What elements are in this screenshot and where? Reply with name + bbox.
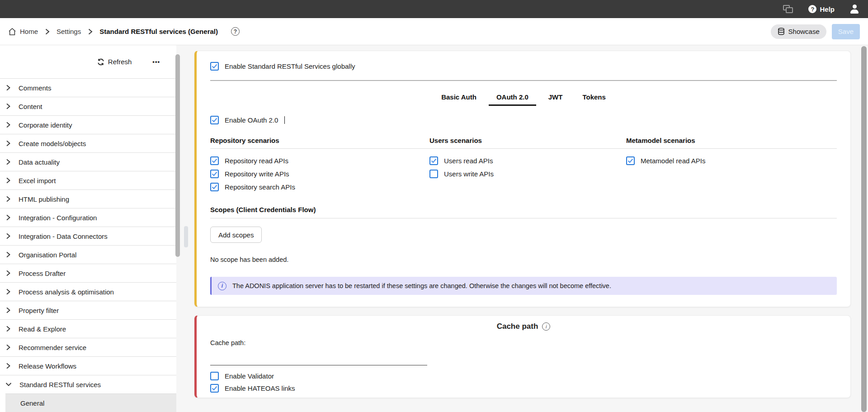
- repository-write-checkbox[interactable]: [210, 170, 219, 178]
- settings-sidebar: Refresh ••• Comments Content Corporate i…: [0, 45, 176, 412]
- sidebar-item-content[interactable]: Content: [0, 97, 176, 115]
- sidebar-item-label: Standard RESTful services: [19, 381, 101, 388]
- sidebar-scrollbar[interactable]: [175, 54, 180, 257]
- check-icon: [212, 171, 217, 176]
- settings-content: Enable Standard RESTful Services globall…: [183, 45, 861, 412]
- sidebar-item-excel-import[interactable]: Excel import: [0, 171, 176, 189]
- users-write-checkbox[interactable]: [429, 170, 438, 178]
- windows-icon[interactable]: [783, 5, 793, 13]
- check-icon: [212, 118, 217, 123]
- scenario-headers: Repository scenarios Users scenarios Met…: [210, 137, 837, 149]
- enable-oauth-row: Enable OAuth 2.0: [210, 115, 837, 125]
- help-label: Help: [820, 5, 835, 13]
- user-icon[interactable]: [850, 5, 859, 14]
- chevron-right-icon: [5, 140, 11, 147]
- users-read-label: Users read APIs: [444, 157, 493, 165]
- sidebar-item-recommender-service[interactable]: Recommender service: [0, 338, 176, 356]
- metamodel-scenarios-list: Metamodel read APIs: [626, 156, 837, 195]
- metamodel-scenarios-title: Metamodel scenarios: [626, 137, 837, 144]
- sidebar-item-integration-configuration[interactable]: Integration - Configuration: [0, 208, 176, 227]
- sidebar-item-standard-restful-services[interactable]: Standard RESTful services: [0, 375, 176, 393]
- users-write-label: Users write APIs: [444, 170, 494, 178]
- sidebar-item-data-actuality[interactable]: Data actuality: [0, 152, 176, 171]
- metamodel-read-label: Metamodel read APIs: [641, 157, 705, 165]
- sidebar-subitem-label: General: [20, 399, 44, 407]
- sidebar-item-label: Process Drafter: [19, 270, 66, 277]
- info-icon[interactable]: i: [542, 322, 550, 331]
- chevron-right-icon: [45, 28, 50, 35]
- page-title: Standard RESTful services (General): [99, 28, 218, 35]
- sidebar-item-comments[interactable]: Comments: [0, 78, 176, 97]
- sidebar-item-process-drafter[interactable]: Process Drafter: [0, 264, 176, 282]
- sidebar-item-property-filter[interactable]: Property filter: [0, 301, 176, 319]
- repository-read-checkbox[interactable]: [210, 156, 219, 165]
- text-cursor: [284, 116, 285, 124]
- tab-oauth-2[interactable]: OAuth 2.0: [489, 89, 536, 106]
- check-icon: [212, 64, 217, 69]
- sidebar-item-process-analysis[interactable]: Process analysis & optimisation: [0, 282, 176, 301]
- refresh-icon: [97, 58, 104, 66]
- refresh-label: Refresh: [108, 58, 132, 66]
- chevron-right-icon: [5, 233, 11, 239]
- sidebar-item-release-workflows[interactable]: Release Workflows: [0, 356, 176, 375]
- breadcrumb-home[interactable]: Home: [8, 28, 38, 36]
- chevron-right-icon: [5, 85, 11, 91]
- breadcrumb-settings[interactable]: Settings: [57, 28, 81, 35]
- repository-search-checkbox[interactable]: [210, 183, 219, 191]
- sidebar-item-label: Recommender service: [19, 344, 86, 351]
- tab-basic-auth[interactable]: Basic Auth: [434, 89, 484, 106]
- rest-services-card: Enable Standard RESTful Services globall…: [194, 51, 851, 307]
- database-icon: [778, 28, 785, 35]
- check-icon: [212, 185, 217, 189]
- chevron-right-icon: [5, 177, 11, 184]
- sidebar-item-label: Integration - Data Connectors: [19, 232, 108, 240]
- cache-options: Enable Validator Enable HATEOAS links: [210, 371, 837, 393]
- restart-info-banner: i The ADONIS application server has to b…: [210, 277, 837, 295]
- showcase-button[interactable]: Showcase: [771, 24, 826, 39]
- sidebar-item-label: Organisation Portal: [19, 251, 76, 259]
- save-button[interactable]: Save: [832, 24, 860, 39]
- cache-path-label: Cache path:: [210, 339, 837, 346]
- help-button[interactable]: ? Help: [808, 5, 835, 13]
- chevron-right-icon: [5, 196, 11, 202]
- enable-rest-globally-checkbox[interactable]: [210, 62, 219, 71]
- check-icon: [627, 158, 633, 163]
- sidebar-item-label: Corporate identity: [19, 121, 72, 129]
- repository-search-row: Repository search APIs: [210, 182, 429, 192]
- metamodel-read-checkbox[interactable]: [626, 156, 635, 165]
- chevron-right-icon: [5, 122, 11, 128]
- enable-validator-checkbox[interactable]: [210, 372, 219, 380]
- info-icon: i: [218, 282, 226, 290]
- top-app-bar: ? Help: [0, 0, 868, 18]
- sidebar-item-label: Data actuality: [19, 158, 60, 166]
- enable-oauth-checkbox[interactable]: [210, 116, 219, 124]
- sidebar-item-html-publishing[interactable]: HTML publishing: [0, 189, 176, 208]
- more-options-button[interactable]: •••: [150, 58, 163, 66]
- users-scenarios-list: Users read APIs Users write APIs: [429, 156, 626, 195]
- sidebar-toolbar: Refresh •••: [0, 45, 176, 78]
- enable-hateoas-label: Enable HATEOAS links: [225, 384, 295, 392]
- main-scrollbar[interactable]: [861, 46, 867, 412]
- users-write-row: Users write APIs: [429, 169, 626, 179]
- refresh-button[interactable]: Refresh: [94, 57, 135, 66]
- sidebar-item-corporate-identity[interactable]: Corporate identity: [0, 115, 176, 134]
- sidebar-item-create-models[interactable]: Create models/objects: [0, 134, 176, 152]
- enable-hateoas-checkbox[interactable]: [210, 384, 219, 393]
- cache-path-input[interactable]: [210, 357, 427, 365]
- sidebar-subitem-general[interactable]: General: [5, 393, 176, 412]
- sidebar-item-organisation-portal[interactable]: Organisation Portal: [0, 245, 176, 264]
- enable-validator-label: Enable Validator: [225, 372, 274, 380]
- page-help-icon[interactable]: ?: [231, 27, 240, 36]
- tab-jwt[interactable]: JWT: [541, 89, 571, 106]
- sidebar-item-label: Comments: [19, 84, 52, 92]
- scopes-title: Scopes (Client Credentials Flow): [210, 206, 316, 213]
- enable-hateoas-row: Enable HATEOAS links: [210, 383, 837, 393]
- users-scenarios-title: Users scenarios: [429, 137, 626, 144]
- add-scopes-button[interactable]: Add scopes: [210, 227, 262, 243]
- tab-tokens[interactable]: Tokens: [575, 89, 613, 106]
- sidebar-item-label: HTML publishing: [19, 195, 69, 203]
- users-read-checkbox[interactable]: [429, 156, 438, 165]
- scopes-section-header: Scopes (Client Credentials Flow): [210, 206, 837, 218]
- sidebar-item-integration-data-connectors[interactable]: Integration - Data Connectors: [0, 227, 176, 245]
- sidebar-item-read-explore[interactable]: Read & Explore: [0, 319, 176, 338]
